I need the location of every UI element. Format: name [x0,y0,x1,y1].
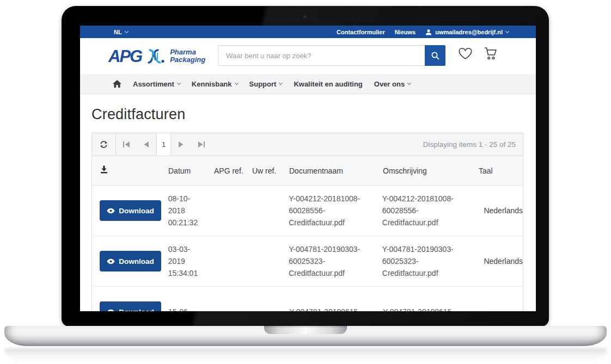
page-content: Creditfacturen [80,106,536,311]
chevron-down-icon [407,81,411,85]
screen-display: NL Contactformulier Nieuws uwmailadres@b… [80,26,536,311]
topbar: NL Contactformulier Nieuws uwmailadres@b… [80,26,536,38]
column-header-omschrijving[interactable]: Omschrijving [383,166,474,175]
cell-omschrijving: Y-004212-20181008-60028556-Creditfactuur… [382,193,474,229]
table-row: Download 03-03-2019 15:34:01 Y-004781-20… [92,236,523,287]
documents-table: 1 Display [91,133,523,311]
home-icon [113,80,121,88]
table-header-row: Datum APG ref. Uw ref. Documentnaam Omsc… [92,156,523,186]
cell-omschrijving: Y-004781-20190303-60025323-Creditfactuur… [382,243,474,279]
laptop-screen-bezel: NL Contactformulier Nieuws uwmailadres@b… [62,6,549,326]
heart-icon [458,47,473,60]
dna-helix-icon [145,47,168,65]
download-button[interactable]: Download [100,251,161,272]
language-label: NL [114,29,122,35]
search-icon [431,51,440,60]
prev-page-icon [144,141,149,147]
last-page-button[interactable] [191,133,211,156]
download-button[interactable]: Download [100,301,161,311]
prev-page-button[interactable] [136,133,156,156]
wishlist-button[interactable] [458,47,473,60]
account-menu[interactable]: uwmailadres@bedrijf.nl [425,29,509,35]
nav-item-kwaliteit[interactable]: Kwaliteit en auditing [294,80,362,88]
next-page-button[interactable] [171,133,191,156]
cell-documentnaam: Y-004781-20190303-60025323-Creditfactuur… [289,243,382,279]
first-page-button[interactable] [116,133,136,156]
header-icons [458,47,498,60]
search-input[interactable] [218,45,425,66]
chevron-down-icon [125,29,129,33]
next-page-icon [179,141,184,147]
laptop-lid-notch [264,326,347,334]
column-header-datum[interactable]: Datum [168,166,214,175]
download-button[interactable]: Download [100,200,161,221]
chevron-down-icon [279,81,283,85]
eye-icon [107,258,115,264]
contact-link[interactable]: Contactformulier [337,29,385,35]
chevron-down-icon [235,81,239,85]
column-header-documentnaam[interactable]: Documentnaam [289,166,383,175]
nav-label: Support [249,80,277,88]
user-icon [425,29,432,35]
cell-omschrijving: Y-004781-20190615- [383,306,474,311]
nav-item-support[interactable]: Support [249,80,283,88]
paging-status: Displaying items 1 - 25 of 25 [423,133,523,156]
cell-documentnaam: Y-004781-20190615- [289,306,383,311]
refresh-icon [99,140,108,149]
eye-icon [107,309,115,312]
logo-text: APG [108,48,142,65]
table-row: Download 08-10-2018 00:21:32 Y-004212-20… [92,186,523,236]
column-header-taal[interactable]: Taal [474,166,523,175]
download-label: Download [119,308,154,312]
webcam-dot [303,14,308,18]
search-bar [218,45,445,66]
nav-label: Over ons [374,80,405,88]
nav-label: Kennisbank [192,80,232,88]
logo-tagline-1: Pharma [170,48,205,56]
cell-taal: Nederlands [473,205,523,217]
download-label: Download [119,207,154,215]
laptop-reflection [4,348,607,362]
cell-taal: Nederlands [473,255,523,267]
refresh-button[interactable] [92,133,116,156]
table-row: Download 15-06- Y-004781-20190615- Y-004… [92,287,523,311]
download-label: Download [119,257,154,266]
nav-label: Assortiment [133,80,174,88]
table-toolbar: 1 Display [92,133,523,156]
download-icon [100,165,108,174]
logo[interactable]: APG Pharma Packaging [108,47,205,65]
nav-item-over-ons[interactable]: Over ons [374,80,411,88]
news-link[interactable]: Nieuws [395,29,416,35]
download-all-header[interactable] [92,165,168,176]
chevron-down-icon [505,29,509,33]
page-number[interactable]: 1 [156,133,171,156]
eye-icon [107,208,115,214]
chevron-down-icon [177,81,181,85]
search-button[interactable] [425,45,445,66]
home-button[interactable] [113,80,121,88]
page-title: Creditfacturen [91,106,523,123]
cart-button[interactable] [484,47,498,60]
cell-datum: 08-10-2018 00:21:32 [168,193,214,229]
language-selector[interactable]: NL [114,29,128,35]
site-header: APG Pharma Packaging [80,38,536,74]
logo-tagline-2: Packaging [170,56,205,64]
pager: 1 [116,133,211,156]
column-header-apg-ref[interactable]: APG ref. [214,166,252,175]
cart-icon [484,47,498,60]
cell-datum: 15-06- [168,306,214,311]
cell-datum: 03-03-2019 15:34:01 [168,243,214,279]
laptop-mockup: NL Contactformulier Nieuws uwmailadres@b… [0,0,611,364]
cell-documentnaam: Y-004212-20181008-60028556-Creditfactuur… [289,193,382,229]
nav-label: Kwaliteit en auditing [294,80,362,88]
nav-item-kennisbank[interactable]: Kennisbank [192,80,238,88]
nav-item-assortiment[interactable]: Assortiment [133,80,180,88]
column-header-uw-ref[interactable]: Uw ref. [252,166,289,175]
laptop-base [4,326,607,346]
first-page-icon [123,141,130,147]
last-page-icon [198,141,205,147]
account-email: uwmailadres@bedrijf.nl [435,29,503,35]
main-nav: Assortiment Kennisbank Support Kwaliteit… [80,74,536,94]
